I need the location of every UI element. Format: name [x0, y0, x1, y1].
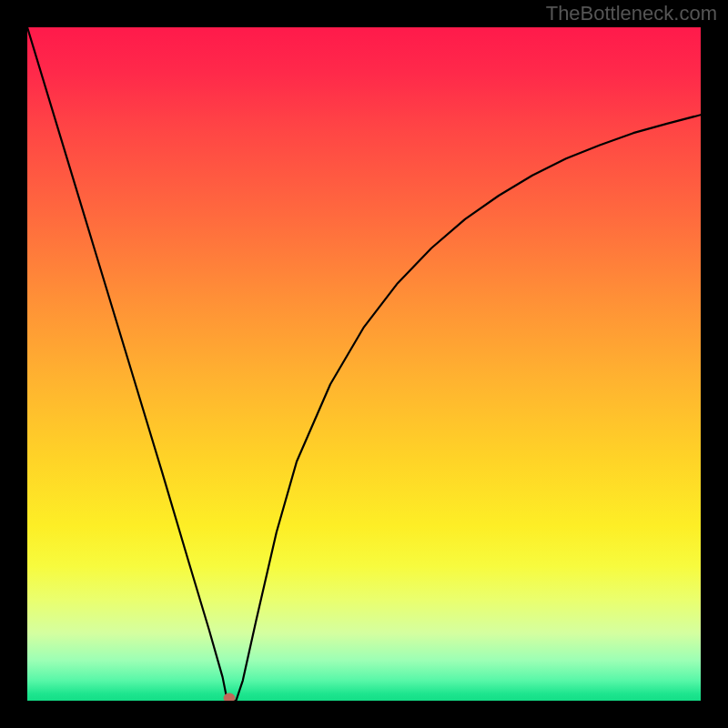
curve-line: [27, 27, 701, 701]
plot-area: [27, 27, 701, 701]
minimum-marker: [224, 693, 235, 701]
watermark-text: TheBottleneck.com: [546, 2, 717, 25]
curve-svg: [27, 27, 701, 701]
chart-frame: TheBottleneck.com: [0, 0, 728, 728]
